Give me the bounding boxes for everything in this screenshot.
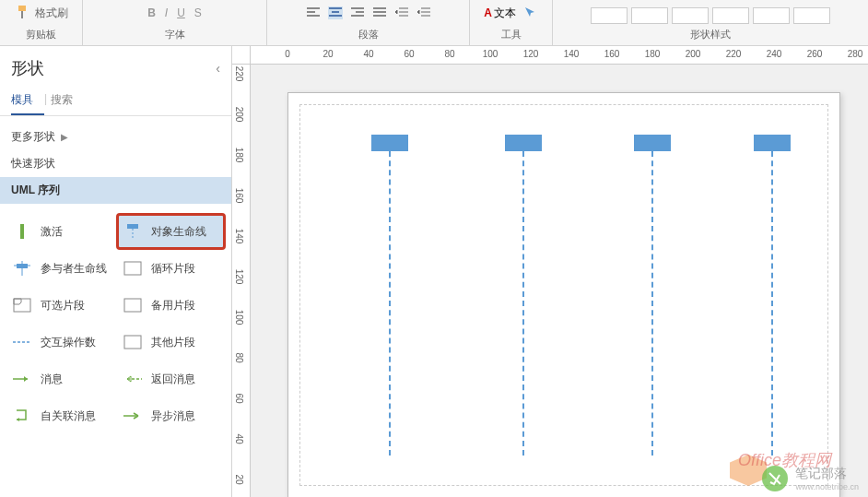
shape-object-lifeline[interactable]: 对象生命线 xyxy=(116,213,227,250)
shape-message[interactable]: 消息 xyxy=(6,361,116,397)
self-message-icon xyxy=(11,407,33,425)
ruler-tick: 280 xyxy=(848,49,863,59)
format-painter-label: 格式刷 xyxy=(35,6,68,21)
shape-other-fragment[interactable]: 其他片段 xyxy=(116,324,227,361)
watermark-name: 笔记部落 xyxy=(795,466,859,482)
collapse-pane-button[interactable]: ‹ xyxy=(216,61,220,76)
shape-opt-fragment[interactable]: 可选片段 xyxy=(6,287,116,324)
ruler-tick: 180 xyxy=(645,49,661,59)
strike-button[interactable]: S xyxy=(194,6,202,19)
style-option[interactable] xyxy=(591,7,628,24)
indent-dec-icon[interactable] xyxy=(394,6,409,19)
ruler-tick: 100 xyxy=(483,49,499,59)
ribbon-group-paragraph: 段落 xyxy=(267,0,470,45)
shape-interaction-operand[interactable]: 交互操作数 xyxy=(6,324,116,361)
shape-actor-lifeline[interactable]: 参与者生命线 xyxy=(6,250,116,287)
svg-rect-9 xyxy=(14,299,30,312)
ruler-corner xyxy=(232,46,251,65)
lifeline-line[interactable] xyxy=(522,151,524,456)
lifeline-shape[interactable] xyxy=(754,135,791,151)
uml-sequence-stencil[interactable]: UML 序列 xyxy=(0,177,231,204)
page-area[interactable] xyxy=(251,65,868,497)
page-margin xyxy=(299,104,828,486)
shape-async-message[interactable]: 异步消息 xyxy=(116,397,227,434)
canvas[interactable]: 020406080100120140160180200220240260280 … xyxy=(232,46,868,497)
shape-activation[interactable]: 激活 xyxy=(6,213,116,250)
ruler-tick: 200 xyxy=(234,107,244,123)
more-shapes-row[interactable]: 更多形状 ▶ xyxy=(11,124,220,150)
lifeline-shape[interactable] xyxy=(505,135,542,151)
activation-icon xyxy=(11,222,33,241)
ruler-horizontal: 020406080100120140160180200220240260280 xyxy=(251,46,868,65)
tools-group-label: 工具 xyxy=(501,24,522,45)
drawing-page[interactable] xyxy=(287,92,840,497)
style-option[interactable] xyxy=(712,7,749,24)
return-message-icon xyxy=(122,370,144,388)
lifeline-shape[interactable] xyxy=(371,135,408,151)
style-option[interactable] xyxy=(793,7,830,24)
async-message-icon xyxy=(122,407,144,425)
actor-lifeline-icon xyxy=(11,259,33,278)
ruler-tick: 40 xyxy=(363,49,373,59)
lifeline-head[interactable] xyxy=(505,135,542,151)
lifeline-head[interactable] xyxy=(371,135,408,151)
lifeline-line[interactable] xyxy=(771,151,773,456)
format-painter-button[interactable]: 格式刷 xyxy=(15,4,68,22)
message-icon xyxy=(11,370,33,388)
pointer-tool-icon[interactable] xyxy=(523,6,538,20)
lifeline-head[interactable] xyxy=(634,135,671,151)
align-right-icon[interactable] xyxy=(350,6,365,19)
paragraph-group-label: 段落 xyxy=(358,24,379,45)
shape-loop-fragment[interactable]: 循环片段 xyxy=(116,250,227,287)
ruler-tick: 240 xyxy=(767,49,782,59)
style-option[interactable] xyxy=(672,7,709,24)
svg-rect-8 xyxy=(124,262,141,275)
quick-shapes-row[interactable]: 快速形状 xyxy=(11,150,220,177)
svg-rect-12 xyxy=(124,336,141,349)
shapes-pane: 形状 ‹ 模具 | 搜索 更多形状 ▶ 快速形状 UML 序列 激活 xyxy=(0,46,232,497)
chevron-right-icon: ▶ xyxy=(61,132,68,142)
ruler-tick: 160 xyxy=(604,49,620,59)
style-option[interactable] xyxy=(753,7,790,24)
ruler-tick: 20 xyxy=(234,474,244,484)
shape-return-message[interactable]: 返回消息 xyxy=(116,361,227,397)
align-justify-icon[interactable] xyxy=(372,6,387,19)
align-center-icon[interactable] xyxy=(328,6,343,19)
ruler-vertical: 22020018016014012010080604020 xyxy=(232,65,251,497)
loop-fragment-icon xyxy=(122,259,144,278)
shapes-pane-title: 形状 xyxy=(11,57,44,79)
style-option[interactable] xyxy=(631,7,668,24)
ruler-tick: 40 xyxy=(234,433,244,444)
align-left-icon[interactable] xyxy=(306,6,321,19)
shapes-pane-header: 形状 ‹ xyxy=(0,46,231,87)
brush-icon xyxy=(15,4,33,22)
lifeline-line[interactable] xyxy=(389,151,391,456)
ruler-tick: 0 xyxy=(285,49,290,59)
shape-alt-fragment[interactable]: 备用片段 xyxy=(116,287,227,324)
object-lifeline-icon xyxy=(122,222,144,241)
ribbon-group-clipboard: 格式刷 剪贴板 xyxy=(0,0,83,45)
shape-style-gallery[interactable] xyxy=(591,7,830,24)
tab-search[interactable]: 搜索 xyxy=(51,87,84,115)
bold-button[interactable]: B xyxy=(147,6,156,19)
svg-rect-1 xyxy=(21,11,23,18)
interaction-operand-icon xyxy=(11,333,33,351)
ruler-tick: 80 xyxy=(234,352,244,362)
tab-stencils[interactable]: 模具 xyxy=(11,87,44,115)
ruler-tick: 120 xyxy=(523,49,539,59)
lifeline-shape[interactable] xyxy=(634,135,671,151)
shapes-pane-tabs: 模具 | 搜索 xyxy=(0,87,231,116)
shapes-grid: 激活 对象生命线 参与者生命线 循环片段 可选片段 备用片段 xyxy=(0,204,231,444)
ruler-tick: 60 xyxy=(234,393,244,403)
shape-self-message[interactable]: 自关联消息 xyxy=(6,397,116,434)
lifeline-head[interactable] xyxy=(754,135,791,151)
ruler-tick: 160 xyxy=(234,188,244,204)
ribbon-group-tools: A 文本 工具 xyxy=(470,0,553,45)
underline-button[interactable]: U xyxy=(177,6,185,19)
svg-rect-3 xyxy=(127,224,138,229)
indent-inc-icon[interactable] xyxy=(416,6,431,19)
lifeline-line[interactable] xyxy=(651,151,653,456)
clipboard-group-label: 剪贴板 xyxy=(26,24,56,45)
italic-button[interactable]: I xyxy=(165,6,168,19)
text-tool-button[interactable]: A 文本 xyxy=(484,6,516,21)
